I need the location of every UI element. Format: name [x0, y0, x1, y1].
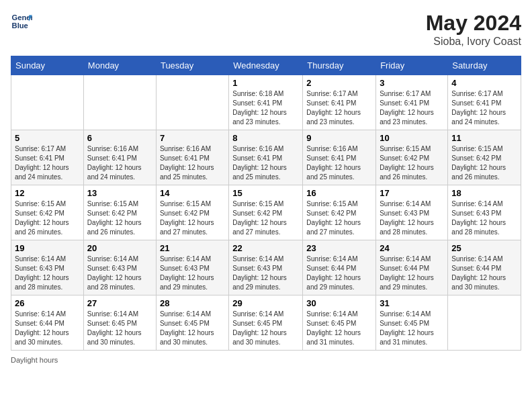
calendar-day-cell: 20Sunrise: 6:14 AM Sunset: 6:43 PM Dayli… — [83, 240, 156, 295]
calendar-day-header: Wednesday — [229, 56, 303, 75]
calendar-day-cell: 27Sunrise: 6:14 AM Sunset: 6:45 PM Dayli… — [83, 295, 156, 351]
calendar-day-cell: 17Sunrise: 6:14 AM Sunset: 6:43 PM Dayli… — [376, 185, 448, 240]
day-info: Sunrise: 6:17 AM Sunset: 6:41 PM Dayligh… — [451, 89, 517, 127]
calendar-body: 1Sunrise: 6:18 AM Sunset: 6:41 PM Daylig… — [11, 75, 521, 351]
calendar-day-header: Friday — [376, 56, 448, 75]
calendar-day-cell: 16Sunrise: 6:15 AM Sunset: 6:42 PM Dayli… — [303, 185, 376, 240]
day-number: 21 — [160, 243, 225, 253]
day-number: 4 — [451, 78, 517, 88]
footer-note: Daylight hours — [11, 356, 521, 364]
calendar-day-cell: 10Sunrise: 6:15 AM Sunset: 6:42 PM Dayli… — [376, 130, 448, 185]
calendar-table: SundayMondayTuesdayWednesdayThursdayFrid… — [11, 56, 521, 351]
daylight-hours-label: Daylight hours — [11, 356, 58, 364]
calendar-day-header: Saturday — [448, 56, 521, 75]
day-info: Sunrise: 6:14 AM Sunset: 6:45 PM Dayligh… — [87, 310, 152, 347]
day-number: 26 — [15, 298, 80, 308]
day-number: 7 — [160, 133, 225, 143]
calendar-day-cell: 19Sunrise: 6:14 AM Sunset: 6:43 PM Dayli… — [11, 240, 84, 295]
day-info: Sunrise: 6:16 AM Sunset: 6:41 PM Dayligh… — [87, 144, 152, 182]
day-info: Sunrise: 6:14 AM Sunset: 6:45 PM Dayligh… — [232, 310, 299, 347]
month-year-title: May 2024 — [426, 11, 521, 36]
calendar-day-cell: 9Sunrise: 6:16 AM Sunset: 6:41 PM Daylig… — [303, 130, 376, 185]
day-info: Sunrise: 6:15 AM Sunset: 6:42 PM Dayligh… — [160, 199, 225, 237]
day-number: 15 — [232, 188, 299, 198]
day-number: 23 — [306, 243, 372, 253]
calendar-day-cell — [11, 75, 84, 130]
day-number: 28 — [160, 298, 225, 308]
calendar-week-row: 26Sunrise: 6:14 AM Sunset: 6:44 PM Dayli… — [11, 295, 521, 351]
day-info: Sunrise: 6:15 AM Sunset: 6:42 PM Dayligh… — [306, 199, 372, 237]
day-number: 12 — [15, 188, 80, 198]
calendar-day-header: Sunday — [11, 56, 84, 75]
day-info: Sunrise: 6:14 AM Sunset: 6:43 PM Dayligh… — [87, 255, 152, 292]
day-info: Sunrise: 6:18 AM Sunset: 6:41 PM Dayligh… — [232, 89, 299, 127]
day-number: 8 — [232, 133, 299, 143]
calendar-day-cell: 21Sunrise: 6:14 AM Sunset: 6:43 PM Dayli… — [156, 240, 228, 295]
day-info: Sunrise: 6:14 AM Sunset: 6:45 PM Dayligh… — [160, 310, 225, 347]
day-number: 6 — [87, 133, 152, 143]
calendar-day-cell: 5Sunrise: 6:17 AM Sunset: 6:41 PM Daylig… — [11, 130, 84, 185]
day-number: 29 — [232, 298, 299, 308]
calendar-week-row: 19Sunrise: 6:14 AM Sunset: 6:43 PM Dayli… — [11, 240, 521, 295]
page-header: General Blue May 2024 Sioba, Ivory Coast — [11, 11, 521, 48]
day-info: Sunrise: 6:17 AM Sunset: 6:41 PM Dayligh… — [380, 89, 444, 127]
day-info: Sunrise: 6:15 AM Sunset: 6:42 PM Dayligh… — [232, 199, 299, 237]
calendar-day-cell: 24Sunrise: 6:14 AM Sunset: 6:44 PM Dayli… — [376, 240, 448, 295]
calendar-day-cell: 4Sunrise: 6:17 AM Sunset: 6:41 PM Daylig… — [448, 75, 521, 130]
day-info: Sunrise: 6:14 AM Sunset: 6:44 PM Dayligh… — [451, 255, 517, 292]
day-number: 3 — [380, 78, 444, 88]
day-number: 27 — [87, 298, 152, 308]
day-info: Sunrise: 6:15 AM Sunset: 6:42 PM Dayligh… — [451, 144, 517, 182]
calendar-day-cell: 29Sunrise: 6:14 AM Sunset: 6:45 PM Dayli… — [229, 295, 303, 351]
calendar-day-cell: 14Sunrise: 6:15 AM Sunset: 6:42 PM Dayli… — [156, 185, 228, 240]
day-info: Sunrise: 6:15 AM Sunset: 6:42 PM Dayligh… — [15, 199, 80, 237]
calendar-day-cell: 15Sunrise: 6:15 AM Sunset: 6:42 PM Dayli… — [229, 185, 303, 240]
calendar-week-row: 1Sunrise: 6:18 AM Sunset: 6:41 PM Daylig… — [11, 75, 521, 130]
calendar-day-cell: 28Sunrise: 6:14 AM Sunset: 6:45 PM Dayli… — [156, 295, 228, 351]
day-info: Sunrise: 6:15 AM Sunset: 6:42 PM Dayligh… — [87, 199, 152, 237]
day-info: Sunrise: 6:14 AM Sunset: 6:44 PM Dayligh… — [15, 310, 80, 347]
day-number: 11 — [451, 133, 517, 143]
calendar-day-cell: 7Sunrise: 6:16 AM Sunset: 6:41 PM Daylig… — [156, 130, 228, 185]
day-number: 14 — [160, 188, 225, 198]
day-info: Sunrise: 6:17 AM Sunset: 6:41 PM Dayligh… — [15, 144, 80, 182]
day-info: Sunrise: 6:17 AM Sunset: 6:41 PM Dayligh… — [306, 89, 372, 127]
day-info: Sunrise: 6:15 AM Sunset: 6:42 PM Dayligh… — [380, 144, 444, 182]
day-info: Sunrise: 6:16 AM Sunset: 6:41 PM Dayligh… — [306, 144, 372, 182]
day-number: 31 — [380, 298, 444, 308]
day-number: 30 — [306, 298, 372, 308]
day-info: Sunrise: 6:14 AM Sunset: 6:43 PM Dayligh… — [15, 255, 80, 292]
calendar-day-cell — [448, 295, 521, 351]
calendar-day-cell: 18Sunrise: 6:14 AM Sunset: 6:43 PM Dayli… — [448, 185, 521, 240]
day-number: 10 — [380, 133, 444, 143]
calendar-day-cell: 11Sunrise: 6:15 AM Sunset: 6:42 PM Dayli… — [448, 130, 521, 185]
logo: General Blue — [11, 11, 32, 32]
calendar-day-header: Monday — [83, 56, 156, 75]
day-info: Sunrise: 6:14 AM Sunset: 6:45 PM Dayligh… — [380, 310, 444, 347]
calendar-day-header: Tuesday — [156, 56, 228, 75]
day-number: 17 — [380, 188, 444, 198]
calendar-header-row: SundayMondayTuesdayWednesdayThursdayFrid… — [11, 56, 521, 75]
svg-text:Blue: Blue — [12, 21, 28, 30]
day-info: Sunrise: 6:14 AM Sunset: 6:43 PM Dayligh… — [232, 255, 299, 292]
day-number: 9 — [306, 133, 372, 143]
calendar-day-cell: 22Sunrise: 6:14 AM Sunset: 6:43 PM Dayli… — [229, 240, 303, 295]
calendar-day-cell: 1Sunrise: 6:18 AM Sunset: 6:41 PM Daylig… — [229, 75, 303, 130]
day-info: Sunrise: 6:14 AM Sunset: 6:43 PM Dayligh… — [380, 199, 444, 237]
day-number: 5 — [15, 133, 80, 143]
logo-icon: General Blue — [11, 11, 32, 32]
calendar-day-cell: 25Sunrise: 6:14 AM Sunset: 6:44 PM Dayli… — [448, 240, 521, 295]
day-number: 20 — [87, 243, 152, 253]
calendar-day-cell: 8Sunrise: 6:16 AM Sunset: 6:41 PM Daylig… — [229, 130, 303, 185]
day-number: 19 — [15, 243, 80, 253]
day-number: 1 — [232, 78, 299, 88]
day-number: 22 — [232, 243, 299, 253]
calendar-day-cell: 13Sunrise: 6:15 AM Sunset: 6:42 PM Dayli… — [83, 185, 156, 240]
day-info: Sunrise: 6:14 AM Sunset: 6:44 PM Dayligh… — [380, 255, 444, 292]
day-info: Sunrise: 6:16 AM Sunset: 6:41 PM Dayligh… — [232, 144, 299, 182]
day-number: 2 — [306, 78, 372, 88]
calendar-day-cell: 23Sunrise: 6:14 AM Sunset: 6:44 PM Dayli… — [303, 240, 376, 295]
day-number: 13 — [87, 188, 152, 198]
calendar-week-row: 12Sunrise: 6:15 AM Sunset: 6:42 PM Dayli… — [11, 185, 521, 240]
day-number: 18 — [451, 188, 517, 198]
